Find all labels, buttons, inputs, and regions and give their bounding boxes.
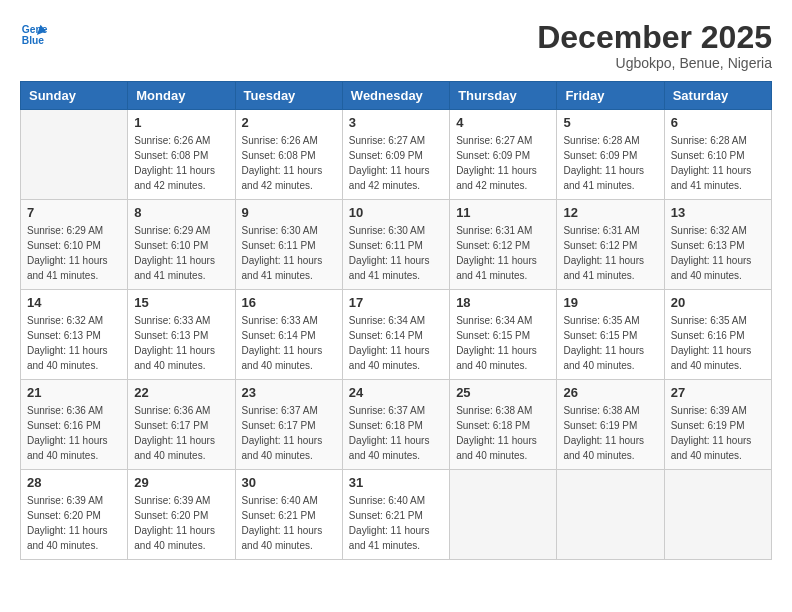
day-number: 17 bbox=[349, 295, 443, 310]
logo-icon: General Blue bbox=[20, 20, 48, 48]
header-wednesday: Wednesday bbox=[342, 82, 449, 110]
calendar-cell: 11Sunrise: 6:31 AM Sunset: 6:12 PM Dayli… bbox=[450, 200, 557, 290]
day-number: 23 bbox=[242, 385, 336, 400]
day-info: Sunrise: 6:34 AM Sunset: 6:14 PM Dayligh… bbox=[349, 313, 443, 373]
calendar-title: December 2025 bbox=[537, 20, 772, 55]
week-row-4: 21Sunrise: 6:36 AM Sunset: 6:16 PM Dayli… bbox=[21, 380, 772, 470]
calendar-cell bbox=[664, 470, 771, 560]
day-info: Sunrise: 6:27 AM Sunset: 6:09 PM Dayligh… bbox=[349, 133, 443, 193]
day-info: Sunrise: 6:39 AM Sunset: 6:20 PM Dayligh… bbox=[134, 493, 228, 553]
day-info: Sunrise: 6:36 AM Sunset: 6:16 PM Dayligh… bbox=[27, 403, 121, 463]
calendar-cell: 25Sunrise: 6:38 AM Sunset: 6:18 PM Dayli… bbox=[450, 380, 557, 470]
day-info: Sunrise: 6:29 AM Sunset: 6:10 PM Dayligh… bbox=[134, 223, 228, 283]
day-number: 18 bbox=[456, 295, 550, 310]
day-info: Sunrise: 6:37 AM Sunset: 6:17 PM Dayligh… bbox=[242, 403, 336, 463]
day-info: Sunrise: 6:37 AM Sunset: 6:18 PM Dayligh… bbox=[349, 403, 443, 463]
calendar-cell bbox=[557, 470, 664, 560]
calendar-cell: 5Sunrise: 6:28 AM Sunset: 6:09 PM Daylig… bbox=[557, 110, 664, 200]
page-header: General Blue December 2025 Ugbokpo, Benu… bbox=[20, 20, 772, 71]
day-number: 22 bbox=[134, 385, 228, 400]
day-info: Sunrise: 6:33 AM Sunset: 6:13 PM Dayligh… bbox=[134, 313, 228, 373]
day-info: Sunrise: 6:32 AM Sunset: 6:13 PM Dayligh… bbox=[671, 223, 765, 283]
calendar-cell: 23Sunrise: 6:37 AM Sunset: 6:17 PM Dayli… bbox=[235, 380, 342, 470]
day-info: Sunrise: 6:35 AM Sunset: 6:15 PM Dayligh… bbox=[563, 313, 657, 373]
calendar-cell: 15Sunrise: 6:33 AM Sunset: 6:13 PM Dayli… bbox=[128, 290, 235, 380]
day-number: 4 bbox=[456, 115, 550, 130]
calendar-cell bbox=[450, 470, 557, 560]
day-number: 13 bbox=[671, 205, 765, 220]
day-number: 9 bbox=[242, 205, 336, 220]
day-info: Sunrise: 6:40 AM Sunset: 6:21 PM Dayligh… bbox=[349, 493, 443, 553]
day-number: 3 bbox=[349, 115, 443, 130]
calendar-cell: 10Sunrise: 6:30 AM Sunset: 6:11 PM Dayli… bbox=[342, 200, 449, 290]
day-info: Sunrise: 6:32 AM Sunset: 6:13 PM Dayligh… bbox=[27, 313, 121, 373]
calendar-cell: 27Sunrise: 6:39 AM Sunset: 6:19 PM Dayli… bbox=[664, 380, 771, 470]
calendar-subtitle: Ugbokpo, Benue, Nigeria bbox=[537, 55, 772, 71]
day-info: Sunrise: 6:27 AM Sunset: 6:09 PM Dayligh… bbox=[456, 133, 550, 193]
calendar-cell: 21Sunrise: 6:36 AM Sunset: 6:16 PM Dayli… bbox=[21, 380, 128, 470]
calendar-cell: 7Sunrise: 6:29 AM Sunset: 6:10 PM Daylig… bbox=[21, 200, 128, 290]
day-number: 19 bbox=[563, 295, 657, 310]
logo: General Blue bbox=[20, 20, 48, 48]
calendar-cell: 17Sunrise: 6:34 AM Sunset: 6:14 PM Dayli… bbox=[342, 290, 449, 380]
calendar-cell: 12Sunrise: 6:31 AM Sunset: 6:12 PM Dayli… bbox=[557, 200, 664, 290]
day-info: Sunrise: 6:29 AM Sunset: 6:10 PM Dayligh… bbox=[27, 223, 121, 283]
title-block: December 2025 Ugbokpo, Benue, Nigeria bbox=[537, 20, 772, 71]
calendar-cell: 4Sunrise: 6:27 AM Sunset: 6:09 PM Daylig… bbox=[450, 110, 557, 200]
day-number: 8 bbox=[134, 205, 228, 220]
calendar-cell: 18Sunrise: 6:34 AM Sunset: 6:15 PM Dayli… bbox=[450, 290, 557, 380]
day-info: Sunrise: 6:39 AM Sunset: 6:19 PM Dayligh… bbox=[671, 403, 765, 463]
header-monday: Monday bbox=[128, 82, 235, 110]
day-number: 5 bbox=[563, 115, 657, 130]
day-info: Sunrise: 6:38 AM Sunset: 6:19 PM Dayligh… bbox=[563, 403, 657, 463]
day-number: 28 bbox=[27, 475, 121, 490]
day-number: 1 bbox=[134, 115, 228, 130]
day-info: Sunrise: 6:36 AM Sunset: 6:17 PM Dayligh… bbox=[134, 403, 228, 463]
calendar-cell: 9Sunrise: 6:30 AM Sunset: 6:11 PM Daylig… bbox=[235, 200, 342, 290]
day-info: Sunrise: 6:40 AM Sunset: 6:21 PM Dayligh… bbox=[242, 493, 336, 553]
day-info: Sunrise: 6:30 AM Sunset: 6:11 PM Dayligh… bbox=[349, 223, 443, 283]
day-info: Sunrise: 6:31 AM Sunset: 6:12 PM Dayligh… bbox=[563, 223, 657, 283]
day-info: Sunrise: 6:35 AM Sunset: 6:16 PM Dayligh… bbox=[671, 313, 765, 373]
day-number: 31 bbox=[349, 475, 443, 490]
day-number: 6 bbox=[671, 115, 765, 130]
day-number: 30 bbox=[242, 475, 336, 490]
day-info: Sunrise: 6:33 AM Sunset: 6:14 PM Dayligh… bbox=[242, 313, 336, 373]
calendar-cell: 20Sunrise: 6:35 AM Sunset: 6:16 PM Dayli… bbox=[664, 290, 771, 380]
calendar-cell: 8Sunrise: 6:29 AM Sunset: 6:10 PM Daylig… bbox=[128, 200, 235, 290]
day-number: 24 bbox=[349, 385, 443, 400]
day-number: 20 bbox=[671, 295, 765, 310]
day-info: Sunrise: 6:28 AM Sunset: 6:10 PM Dayligh… bbox=[671, 133, 765, 193]
calendar-cell: 19Sunrise: 6:35 AM Sunset: 6:15 PM Dayli… bbox=[557, 290, 664, 380]
calendar-cell: 1Sunrise: 6:26 AM Sunset: 6:08 PM Daylig… bbox=[128, 110, 235, 200]
day-number: 12 bbox=[563, 205, 657, 220]
calendar-cell: 3Sunrise: 6:27 AM Sunset: 6:09 PM Daylig… bbox=[342, 110, 449, 200]
calendar-cell: 30Sunrise: 6:40 AM Sunset: 6:21 PM Dayli… bbox=[235, 470, 342, 560]
day-number: 14 bbox=[27, 295, 121, 310]
day-info: Sunrise: 6:26 AM Sunset: 6:08 PM Dayligh… bbox=[242, 133, 336, 193]
day-number: 26 bbox=[563, 385, 657, 400]
day-number: 16 bbox=[242, 295, 336, 310]
calendar-cell: 28Sunrise: 6:39 AM Sunset: 6:20 PM Dayli… bbox=[21, 470, 128, 560]
calendar-cell bbox=[21, 110, 128, 200]
header-sunday: Sunday bbox=[21, 82, 128, 110]
day-number: 15 bbox=[134, 295, 228, 310]
day-number: 10 bbox=[349, 205, 443, 220]
calendar-cell: 22Sunrise: 6:36 AM Sunset: 6:17 PM Dayli… bbox=[128, 380, 235, 470]
day-number: 11 bbox=[456, 205, 550, 220]
day-info: Sunrise: 6:30 AM Sunset: 6:11 PM Dayligh… bbox=[242, 223, 336, 283]
day-number: 2 bbox=[242, 115, 336, 130]
week-row-5: 28Sunrise: 6:39 AM Sunset: 6:20 PM Dayli… bbox=[21, 470, 772, 560]
calendar-cell: 14Sunrise: 6:32 AM Sunset: 6:13 PM Dayli… bbox=[21, 290, 128, 380]
calendar-cell: 24Sunrise: 6:37 AM Sunset: 6:18 PM Dayli… bbox=[342, 380, 449, 470]
header-friday: Friday bbox=[557, 82, 664, 110]
calendar-cell: 13Sunrise: 6:32 AM Sunset: 6:13 PM Dayli… bbox=[664, 200, 771, 290]
header-thursday: Thursday bbox=[450, 82, 557, 110]
calendar-cell: 26Sunrise: 6:38 AM Sunset: 6:19 PM Dayli… bbox=[557, 380, 664, 470]
day-info: Sunrise: 6:28 AM Sunset: 6:09 PM Dayligh… bbox=[563, 133, 657, 193]
day-number: 7 bbox=[27, 205, 121, 220]
header-saturday: Saturday bbox=[664, 82, 771, 110]
calendar-cell: 16Sunrise: 6:33 AM Sunset: 6:14 PM Dayli… bbox=[235, 290, 342, 380]
calendar-cell: 29Sunrise: 6:39 AM Sunset: 6:20 PM Dayli… bbox=[128, 470, 235, 560]
header-row: Sunday Monday Tuesday Wednesday Thursday… bbox=[21, 82, 772, 110]
